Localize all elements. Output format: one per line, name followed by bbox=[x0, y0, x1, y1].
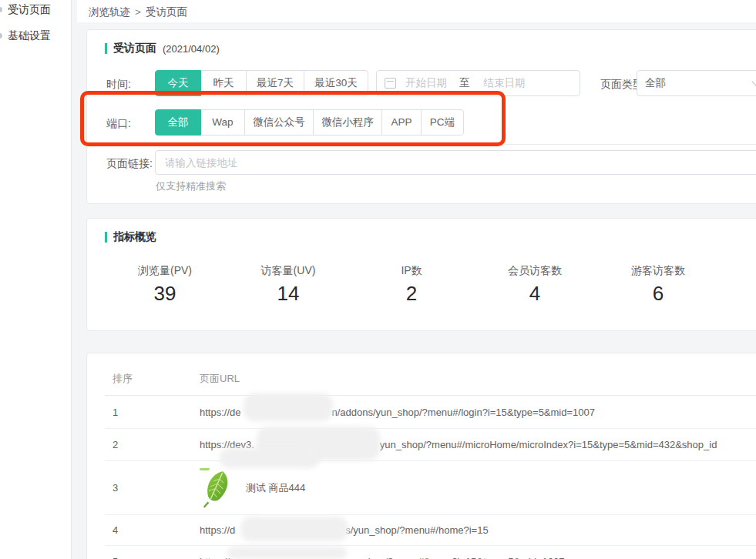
pages-table: 排序 页面URL 1 https://de n/addons/yun_shop/… bbox=[105, 353, 756, 559]
port-option-pc[interactable]: PC端 bbox=[421, 109, 464, 136]
metrics-title: 指标概览 bbox=[113, 230, 156, 244]
url-text: https://de bbox=[200, 407, 240, 418]
table-row: 2 https://dev3. yun_shop/?menu#/microHom… bbox=[105, 429, 756, 461]
rank-cell: 3 bbox=[105, 482, 200, 494]
pages-table-card: 排序 页面URL 1 https://de n/addons/yun_shop/… bbox=[86, 353, 756, 559]
title-date-note: (2021/04/02) bbox=[163, 43, 220, 55]
sidebar-item-label: 受访页面 bbox=[8, 3, 51, 15]
page-type-value: 全部 bbox=[645, 76, 753, 90]
metrics-card-title: 指标概览 bbox=[105, 231, 156, 243]
product-cell: 测试 商品444 bbox=[200, 468, 756, 508]
product-image bbox=[200, 468, 232, 508]
table-header: 排序 页面URL bbox=[105, 353, 756, 396]
rank-cell: 2 bbox=[105, 439, 200, 450]
censor-blur bbox=[244, 393, 333, 421]
censor-blur bbox=[220, 448, 320, 468]
port-option-wap[interactable]: Wap bbox=[200, 109, 245, 136]
rank-cell: 4 bbox=[105, 524, 200, 536]
table-row: 3 bbox=[105, 461, 756, 515]
url-text: n/addons/yun_shop/?menu#/login?i=15&type… bbox=[331, 407, 595, 418]
url-text: https:// bbox=[200, 556, 230, 559]
table-row: 5 https:// yun_shop/?menu#/home?i=15&typ… bbox=[105, 546, 756, 559]
table-row: 4 https://d s/yun_shop/?menu#/home?i=15 bbox=[105, 515, 756, 546]
metric-guest-visitors: 游客访客数 6 bbox=[596, 263, 720, 305]
column-header-url: 页面URL bbox=[200, 372, 756, 395]
time-option-yesterday[interactable]: 昨天 bbox=[200, 70, 247, 96]
metric-ip: IP数 2 bbox=[350, 263, 473, 305]
port-option-all[interactable]: 全部 bbox=[155, 109, 201, 136]
metric-value: 14 bbox=[227, 282, 350, 305]
date-range-to-label: 至 bbox=[459, 76, 470, 90]
metric-label: 浏览量(PV) bbox=[103, 263, 227, 277]
time-option-last30days[interactable]: 最近30天 bbox=[304, 70, 368, 96]
leaf-icon bbox=[200, 468, 232, 508]
bullet-icon bbox=[0, 7, 2, 12]
page-link-label: 页面链接: bbox=[106, 157, 153, 171]
time-option-today[interactable]: 今天 bbox=[155, 70, 201, 96]
column-header-rank: 排序 bbox=[105, 372, 200, 395]
sidebar: 受访页面 基础设置 bbox=[0, 0, 72, 559]
url-text: https://d bbox=[200, 524, 235, 536]
port-option-app[interactable]: APP bbox=[381, 109, 422, 136]
metrics-row: 浏览量(PV) 39 访客量(UV) 14 IP数 2 会员访客数 4 游客访客… bbox=[103, 263, 720, 305]
start-date-input[interactable]: 开始日期 bbox=[405, 76, 447, 90]
title-accent-bar bbox=[105, 43, 107, 54]
date-range-picker[interactable]: 开始日期 至 结束日期 bbox=[376, 70, 580, 96]
page-type-select[interactable]: 全部 bbox=[637, 70, 756, 96]
port-filter-group: 全部 Wap 微信公众号 微信小程序 APP PC端 bbox=[155, 109, 464, 136]
metric-value: 39 bbox=[103, 282, 227, 305]
end-date-input[interactable]: 结束日期 bbox=[484, 76, 526, 90]
metric-label: 会员访客数 bbox=[473, 263, 596, 277]
port-option-wechat-miniprogram[interactable]: 微信小程序 bbox=[313, 109, 382, 136]
page-link-hint: 仅支持精准搜索 bbox=[156, 179, 226, 193]
censor-blur bbox=[240, 517, 348, 541]
leaf-dash-icon bbox=[200, 468, 210, 470]
sidebar-item-basic-settings[interactable]: 基础设置 bbox=[0, 28, 71, 43]
time-filter-label: 时间: bbox=[106, 78, 131, 92]
metric-label: 访客量(UV) bbox=[227, 263, 350, 277]
metric-uv: 访客量(UV) 14 bbox=[227, 263, 350, 305]
url-text: s/yun_shop/?menu#/home?i=15 bbox=[345, 524, 488, 536]
calendar-icon bbox=[385, 78, 396, 89]
product-name: 测试 商品444 bbox=[246, 481, 305, 495]
page-title: 受访页面 bbox=[113, 42, 156, 55]
time-option-last7days[interactable]: 最近7天 bbox=[246, 70, 304, 96]
sidebar-item-label: 基础设置 bbox=[8, 29, 51, 42]
metric-value: 6 bbox=[596, 282, 720, 305]
port-filter-label: 端口: bbox=[106, 117, 131, 131]
title-accent-bar bbox=[105, 232, 107, 243]
product: 测试 商品444 bbox=[200, 468, 305, 508]
divider bbox=[506, 144, 756, 145]
breadcrumb-current: 受访页面 bbox=[146, 6, 187, 18]
metric-value: 2 bbox=[350, 282, 473, 305]
page-link-input[interactable] bbox=[155, 150, 756, 175]
rank-cell: 5 bbox=[105, 556, 200, 559]
url-text: yun_shop/?menu#/microHome/microIndex?i=1… bbox=[380, 439, 717, 450]
censor-blur bbox=[227, 547, 347, 559]
metric-label: 游客访客数 bbox=[596, 263, 720, 277]
page-root: 受访页面 基础设置 浏览轨迹>受访页面 受访页面 (2021/04/02) 时间… bbox=[0, 0, 756, 559]
filters-card-title: 受访页面 (2021/04/02) bbox=[105, 42, 220, 55]
breadcrumb-separator: > bbox=[135, 6, 141, 18]
rank-cell: 1 bbox=[105, 407, 200, 418]
url-text: yun_shop/?menu#/home?i=15&type=5&mid=100… bbox=[341, 556, 564, 559]
metric-label: IP数 bbox=[350, 263, 473, 277]
port-option-wechat-official[interactable]: 微信公众号 bbox=[244, 109, 314, 136]
breadcrumb: 浏览轨迹>受访页面 bbox=[89, 5, 187, 19]
sidebar-item-visited-pages[interactable]: 受访页面 bbox=[0, 2, 71, 17]
bullet-icon bbox=[0, 33, 2, 38]
metric-member-visitors: 会员访客数 4 bbox=[473, 263, 596, 305]
breadcrumb-parent[interactable]: 浏览轨迹 bbox=[89, 6, 130, 18]
metric-pv: 浏览量(PV) 39 bbox=[103, 263, 227, 305]
time-filter-group: 今天 昨天 最近7天 最近30天 bbox=[155, 70, 368, 96]
metric-value: 4 bbox=[473, 282, 596, 305]
filters-card: 受访页面 (2021/04/02) 时间: 今天 昨天 最近7天 最近30天 开… bbox=[86, 29, 756, 204]
metrics-card: 指标概览 浏览量(PV) 39 访客量(UV) 14 IP数 2 会员访客数 4… bbox=[86, 218, 756, 331]
table-row: 1 https://de n/addons/yun_shop/?menu#/lo… bbox=[105, 396, 756, 429]
breadcrumb-bar: 浏览轨迹>受访页面 bbox=[77, 0, 756, 22]
